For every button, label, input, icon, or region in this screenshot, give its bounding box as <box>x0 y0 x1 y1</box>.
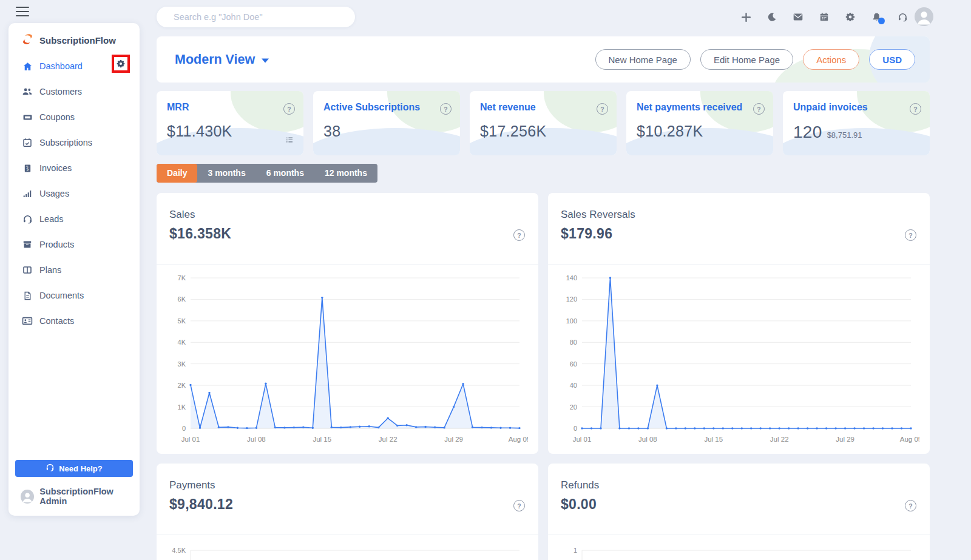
sidebar-item-coupons[interactable]: Coupons <box>8 104 140 130</box>
chart-title: Sales <box>169 209 195 221</box>
sidebar-item-label: Customers <box>39 87 82 96</box>
tab-3-months[interactable]: 3 months <box>197 164 255 183</box>
kpi-title: Net revenue <box>480 102 536 113</box>
kpi-value: $10.287K <box>637 123 703 140</box>
kpi-card-net-revenue: Net revenue$17.256K? <box>470 91 617 155</box>
svg-text:1: 1 <box>573 547 577 554</box>
tab-6-months[interactable]: 6 months <box>256 164 314 183</box>
usd-button[interactable]: USD <box>869 49 915 70</box>
divider <box>157 535 538 535</box>
dashboard-settings-gear-button[interactable] <box>112 55 130 73</box>
sidebar-item-label: Dashboard <box>39 61 83 71</box>
svg-text:1K: 1K <box>178 403 186 411</box>
svg-text:4K: 4K <box>178 339 186 346</box>
sidebar-item-plans[interactable]: Plans <box>8 257 140 283</box>
svg-text:Jul 08: Jul 08 <box>247 436 266 443</box>
help-icon[interactable]: ? <box>905 500 916 511</box>
svg-text:Jul 01: Jul 01 <box>573 436 592 443</box>
help-icon[interactable]: ? <box>283 103 295 115</box>
help-icon[interactable]: ? <box>910 103 921 115</box>
kpi-value: $17.256K <box>480 123 546 140</box>
help-icon[interactable]: ? <box>513 500 525 511</box>
sidebar-item-leads[interactable]: Leads <box>8 206 140 232</box>
chart-title: Refunds <box>561 479 599 491</box>
chart-total-value: $179.96 <box>561 226 612 242</box>
chart-title: Sales Reversals <box>561 209 635 221</box>
svg-text:100: 100 <box>566 317 577 325</box>
user-avatar[interactable] <box>915 7 933 26</box>
notification-dot <box>878 18 885 24</box>
sidebar-item-invoices[interactable]: $Invoices <box>8 155 140 181</box>
svg-text:2K: 2K <box>178 382 186 389</box>
home-icon <box>22 61 33 72</box>
help-icon[interactable]: ? <box>905 229 916 241</box>
topbar-icons <box>740 7 908 27</box>
app-logo: SubscriptionFlow <box>21 33 140 47</box>
headset-icon[interactable] <box>897 12 908 22</box>
calendar-icon[interactable] <box>819 12 830 22</box>
line-chart: 1 <box>555 540 919 560</box>
hamburger-menu-icon[interactable] <box>16 7 29 16</box>
help-icon[interactable]: ? <box>513 229 525 241</box>
sidebar-item-customers[interactable]: Customers <box>8 79 140 104</box>
list-icon[interactable] <box>285 135 294 147</box>
products-icon <box>22 240 33 249</box>
divider <box>548 264 930 265</box>
svg-text:140: 140 <box>566 274 577 282</box>
sidebar-nav: DashboardCustomersCouponsSubscriptions$I… <box>8 53 140 334</box>
usages-icon <box>22 189 33 199</box>
chart-card-sales: Sales$16.358K?01K2K3K4K5K6K7KJul 01Jul 0… <box>157 193 538 454</box>
svg-text:Jul 29: Jul 29 <box>836 436 854 443</box>
plans-icon <box>22 265 33 275</box>
chart-card-refunds: Refunds$0.00?1 <box>548 464 930 560</box>
moon-icon[interactable] <box>766 12 777 22</box>
sidebar-item-label: Plans <box>39 265 61 275</box>
help-icon[interactable]: ? <box>753 103 765 115</box>
new-home-page-button[interactable]: New Home Page <box>595 49 691 70</box>
sidebar: SubscriptionFlow DashboardCustomersCoupo… <box>8 23 140 516</box>
plus-icon[interactable] <box>740 12 751 22</box>
sidebar-item-label: Contacts <box>39 316 74 326</box>
sidebar-item-products[interactable]: Products <box>8 232 140 257</box>
view-selector-dropdown[interactable]: Modern View <box>175 52 269 67</box>
subscriptionflow-logo-icon <box>21 33 34 47</box>
svg-text:Aug 05: Aug 05 <box>509 436 528 443</box>
sidebar-item-documents[interactable]: Documents <box>8 283 140 308</box>
user-profile[interactable]: SubscriptionFlow Admin <box>21 487 140 506</box>
svg-text:0: 0 <box>573 425 577 432</box>
chart-card-payments: Payments$9,840.12?4.5K <box>157 464 538 560</box>
sidebar-item-label: Subscriptions <box>39 138 92 147</box>
search-input[interactable] <box>157 7 355 27</box>
need-help-button[interactable]: Need Help? <box>15 460 133 477</box>
svg-text:$: $ <box>26 166 29 171</box>
svg-text:6K: 6K <box>178 295 186 303</box>
sidebar-item-subscriptions[interactable]: Subscriptions <box>8 130 140 155</box>
tab-daily[interactable]: Daily <box>157 164 197 183</box>
sidebar-item-contacts[interactable]: Contacts <box>8 308 140 334</box>
actions-button[interactable]: Actions <box>803 49 859 70</box>
edit-home-page-button[interactable]: Edit Home Page <box>700 49 793 70</box>
divider <box>548 535 930 535</box>
kpi-title: MRR <box>167 102 189 113</box>
tab-12-months[interactable]: 12 months <box>314 164 377 183</box>
svg-text:5K: 5K <box>178 317 186 325</box>
user-name: SubscriptionFlow Admin <box>39 487 140 506</box>
help-icon[interactable]: ? <box>440 103 452 115</box>
sidebar-item-label: Invoices <box>39 163 72 173</box>
svg-text:Jul 29: Jul 29 <box>444 436 463 443</box>
mail-icon[interactable] <box>793 12 804 22</box>
kpi-card-unpaid-invoices: Unpaid invoices120$8,751.91? <box>783 91 930 155</box>
gear-icon[interactable] <box>845 12 856 22</box>
svg-text:Jul 22: Jul 22 <box>770 436 789 443</box>
divider <box>157 264 538 265</box>
chart-title: Payments <box>169 479 215 491</box>
kpi-value: $11.430K <box>167 123 232 140</box>
kpi-value: 38 <box>323 123 340 140</box>
help-icon[interactable]: ? <box>597 103 608 115</box>
sidebar-item-usages[interactable]: Usages <box>8 181 140 206</box>
bell-icon[interactable] <box>871 12 882 22</box>
headset-icon <box>22 214 33 224</box>
svg-text:Jul 15: Jul 15 <box>704 436 723 443</box>
chart-total-value: $0.00 <box>561 496 597 513</box>
page-header: Modern View New Home PageEdit Home PageA… <box>157 36 930 83</box>
